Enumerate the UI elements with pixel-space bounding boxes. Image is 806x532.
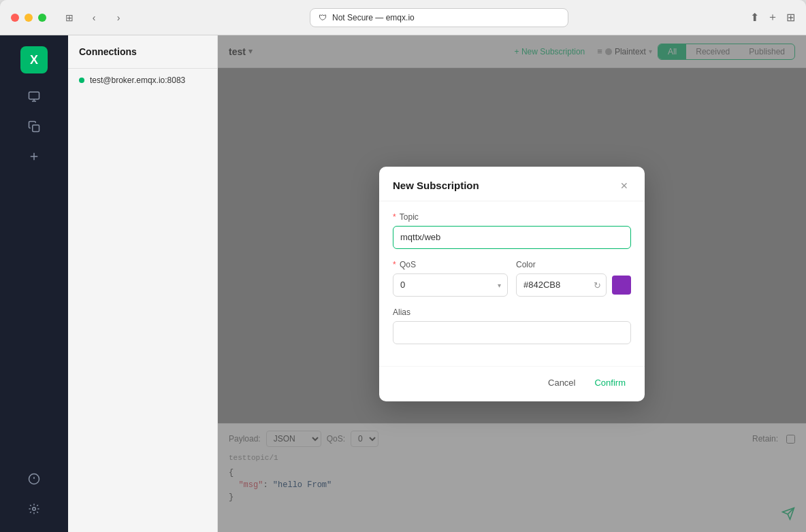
connection-label: test@broker.emqx.io:8083 xyxy=(90,76,185,85)
color-swatch[interactable] xyxy=(612,276,631,295)
sidebar-bottom xyxy=(22,467,46,521)
sidebar-logo[interactable]: X xyxy=(20,46,48,73)
confirm-button[interactable]: Confirm xyxy=(589,375,631,390)
traffic-lights xyxy=(11,14,46,22)
connection-status-dot xyxy=(79,78,84,83)
title-bar: ⊞ ‹ › 🛡 Not Secure — emqx.io ⬆ ＋ ⊞ xyxy=(0,0,806,35)
dialog-header: New Subscription ✕ xyxy=(379,167,645,201)
required-star-qos: * xyxy=(393,260,396,269)
qos-color-row: * QoS 0 1 2 ▾ xyxy=(393,260,631,297)
sidebar-item-settings[interactable] xyxy=(22,497,46,521)
sidebar-item-add[interactable] xyxy=(22,144,46,169)
minimize-button[interactable] xyxy=(25,14,33,22)
topic-label: * Topic xyxy=(393,212,631,222)
sidebar-toggle-icon[interactable]: ⊞ xyxy=(60,11,79,24)
window-controls: ⊞ ‹ › xyxy=(60,11,128,24)
sidebar-item-connections[interactable] xyxy=(22,84,46,109)
main-content: test ▾ + New Subscription ≡ Plaintext ▾ … xyxy=(218,35,806,532)
topic-form-group: * Topic xyxy=(393,212,631,249)
topic-input[interactable] xyxy=(393,226,631,249)
back-icon[interactable]: ‹ xyxy=(84,11,103,24)
sidebar-item-info[interactable] xyxy=(22,467,46,491)
dialog-close-button[interactable]: ✕ xyxy=(617,179,631,193)
required-star: * xyxy=(393,212,396,222)
alias-label: Alias xyxy=(393,307,631,317)
svg-rect-0 xyxy=(29,92,39,99)
color-field-row: ↻ xyxy=(516,273,631,297)
qos-select[interactable]: 0 1 2 xyxy=(393,273,508,297)
logo-text: X xyxy=(30,53,38,67)
new-tab-icon[interactable]: ＋ xyxy=(767,10,778,24)
alias-input[interactable] xyxy=(393,321,631,344)
color-label: Color xyxy=(516,260,631,269)
connection-item[interactable]: test@broker.emqx.io:8083 xyxy=(68,69,217,92)
svg-point-9 xyxy=(33,508,36,511)
connections-panel: Connections test@broker.emqx.io:8083 xyxy=(68,35,218,532)
forward-icon[interactable]: › xyxy=(109,11,128,24)
new-subscription-dialog: New Subscription ✕ * Topic xyxy=(379,167,645,401)
app-body: X Connections xyxy=(0,35,806,532)
cancel-button[interactable]: Cancel xyxy=(543,375,581,390)
color-col: Color ↻ xyxy=(516,260,631,297)
dialog-title: New Subscription xyxy=(393,180,479,191)
sidebar-item-copy[interactable] xyxy=(22,114,46,139)
maximize-button[interactable] xyxy=(38,14,46,22)
color-refresh-icon[interactable]: ↻ xyxy=(594,280,601,290)
shield-icon: 🛡 xyxy=(319,13,327,22)
color-input-wrapper: ↻ xyxy=(516,273,607,297)
close-button[interactable] xyxy=(11,14,19,22)
address-bar-container: 🛡 Not Secure — emqx.io xyxy=(136,8,742,27)
address-bar[interactable]: 🛡 Not Secure — emqx.io xyxy=(310,8,568,27)
qos-label: * QoS xyxy=(393,260,508,269)
grid-icon[interactable]: ⊞ xyxy=(786,11,795,24)
sidebar: X xyxy=(0,35,68,532)
connections-header: Connections xyxy=(68,35,217,69)
alias-form-group: Alias xyxy=(393,307,631,344)
qos-select-wrapper: 0 1 2 ▾ xyxy=(393,273,508,297)
dialog-overlay: New Subscription ✕ * Topic xyxy=(218,35,806,532)
dialog-body: * Topic * QoS xyxy=(379,201,645,366)
share-icon[interactable]: ⬆ xyxy=(750,11,759,24)
dialog-footer: Cancel Confirm xyxy=(379,366,645,401)
title-bar-actions: ⬆ ＋ ⊞ xyxy=(750,10,795,24)
connections-title: Connections xyxy=(79,46,137,57)
url-text: Not Secure — emqx.io xyxy=(332,13,415,22)
svg-rect-3 xyxy=(33,125,39,132)
qos-col: * QoS 0 1 2 ▾ xyxy=(393,260,508,297)
